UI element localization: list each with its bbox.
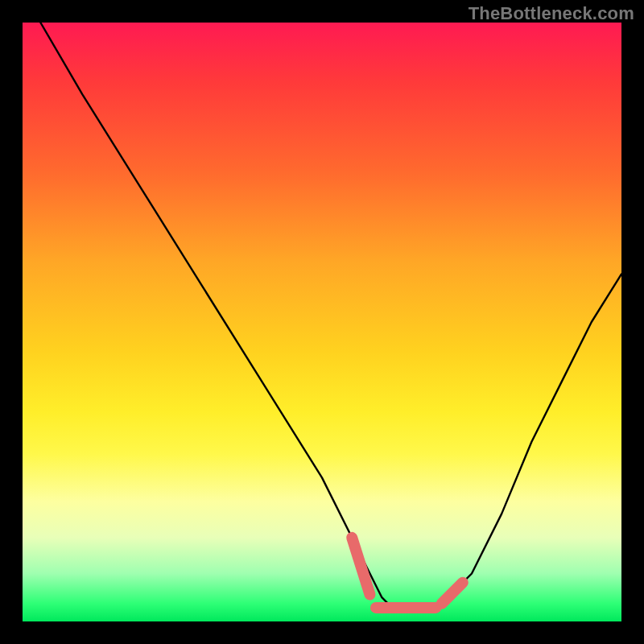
optimal-region-markers (352, 538, 463, 608)
bottleneck-curve (40, 23, 621, 609)
chart-svg (23, 23, 621, 621)
chart-plot-area (23, 23, 621, 621)
optimal-marker-right (442, 583, 463, 604)
watermark-text: TheBottleneck.com (469, 3, 634, 24)
